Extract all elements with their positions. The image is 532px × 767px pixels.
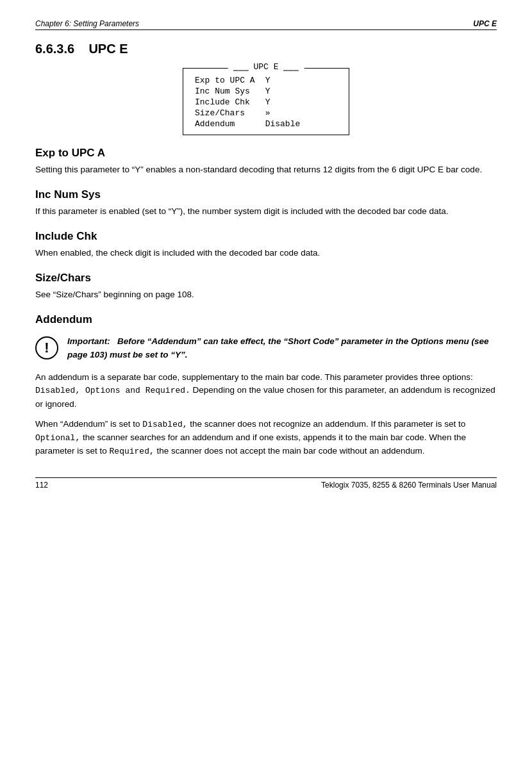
addendum-options-code: Disabled, Options and Required. — [35, 386, 190, 395]
menu-row-value: » — [258, 108, 303, 119]
important-icon: ! — [35, 336, 58, 359]
subsection-heading-exp-to-upc-a: Exp to UPC A — [35, 147, 497, 160]
menu-row-label: Size/Chars — [195, 108, 258, 119]
section-heading: UPC E — [88, 42, 128, 56]
section-number: 6.6.3.6 — [35, 42, 74, 56]
menu-table: Exp to UPC AYInc Num SysYInclude ChkYSiz… — [195, 75, 303, 129]
subsection-body-size-chars: See “Size/Chars” beginning on page 108. — [35, 288, 497, 302]
menu-row-label: Addendum — [195, 119, 258, 129]
menu-row: Include ChkY — [195, 97, 303, 108]
addendum-section: Addendum ! Important: Before “Addendum” … — [35, 313, 497, 458]
menu-row-label: Inc Num Sys — [195, 86, 258, 97]
subsection-body-inc-num-sys: If this parameter is enabled (set to “Y”… — [35, 205, 497, 219]
menu-row-value: Disable — [258, 119, 303, 129]
subsection-body-exp-to-upc-a: Setting this parameter to “Y” enables a … — [35, 163, 497, 177]
menu-row: Exp to UPC AY — [195, 75, 303, 86]
menu-row-value: Y — [258, 75, 303, 86]
addendum-para2: When “Addendum” is set to Disabled, the … — [35, 418, 497, 458]
important-label: Important: — [67, 336, 110, 346]
footer: 112 Teklogix 7035, 8255 & 8260 Terminals… — [35, 477, 497, 490]
menu-box-container: ⎯⎯⎯ UPC E ⎯⎯⎯ Exp to UPC AYInc Num SysYI… — [35, 68, 497, 135]
section-title: 6.6.3.6 UPC E — [35, 42, 497, 56]
important-text-block: Important: Before “Addendum” can take ef… — [67, 335, 497, 362]
addendum-heading: Addendum — [35, 313, 497, 326]
required-code: Required, — [110, 447, 154, 456]
chapter-header: Chapter 6: Setting Parameters UPC E — [35, 19, 497, 30]
chapter-header-right: UPC E — [473, 19, 497, 28]
subsection-heading-size-chars: Size/Chars — [35, 272, 497, 285]
important-box: ! Important: Before “Addendum” can take … — [35, 335, 497, 362]
subsections-container: Exp to UPC ASetting this parameter to “Y… — [35, 147, 497, 302]
addendum-para1: An addendum is a separate bar code, supp… — [35, 371, 497, 411]
footer-text: Teklogix 7035, 8255 & 8260 Terminals Use… — [321, 481, 497, 490]
subsection-body-include-chk: When enabled, the check digit is include… — [35, 247, 497, 260]
menu-row-label: Exp to UPC A — [195, 75, 258, 86]
subsection-heading-include-chk: Include Chk — [35, 230, 497, 243]
menu-row-value: Y — [258, 86, 303, 97]
important-body: Before “Addendum” can take effect, the “… — [67, 336, 489, 359]
menu-row-value: Y — [258, 97, 303, 108]
menu-box: ⎯⎯⎯ UPC E ⎯⎯⎯ Exp to UPC AYInc Num SysYI… — [183, 68, 349, 135]
menu-row-label: Include Chk — [195, 97, 258, 108]
page: Chapter 6: Setting Parameters UPC E 6.6.… — [0, 0, 532, 515]
menu-row: Inc Num SysY — [195, 86, 303, 97]
subsection-heading-inc-num-sys: Inc Num Sys — [35, 188, 497, 201]
disabled-code: Disabled, — [142, 420, 187, 429]
menu-row: Size/Chars» — [195, 108, 303, 119]
chapter-header-left: Chapter 6: Setting Parameters — [35, 19, 139, 28]
menu-box-title: ⎯⎯⎯ UPC E ⎯⎯⎯ — [228, 62, 304, 72]
menu-row: AddendumDisable — [195, 119, 303, 129]
optional-code: Optional, — [35, 433, 80, 443]
footer-page: 112 — [35, 481, 48, 490]
